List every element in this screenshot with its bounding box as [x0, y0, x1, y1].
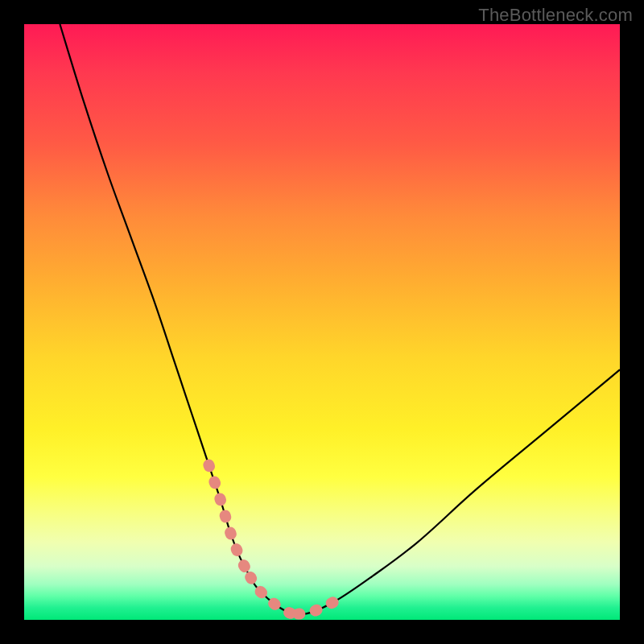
curve-layer — [24, 24, 620, 620]
watermark-text: TheBottleneck.com — [478, 5, 633, 26]
curve-highlight-group — [208, 465, 333, 615]
bottleneck-curve-path — [60, 24, 620, 614]
chart-frame: TheBottleneck.com — [0, 0, 644, 644]
bottleneck-curve — [60, 24, 620, 614]
curve-highlight-2 — [298, 602, 333, 614]
plot-area — [24, 24, 620, 620]
curve-highlight-0 — [208, 465, 250, 577]
curve-highlight-1 — [250, 577, 298, 614]
